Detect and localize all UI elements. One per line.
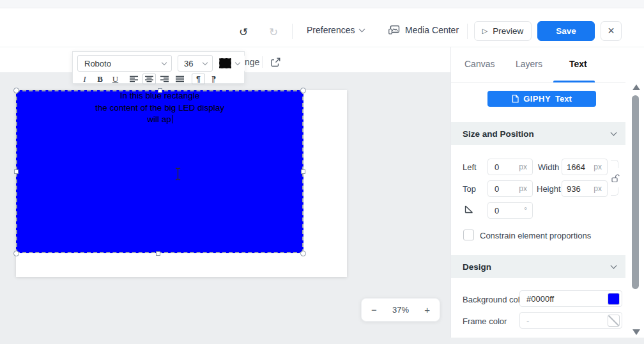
selected-text-element[interactable]: In this blue rectangle the content of th… (16, 90, 303, 253)
height-field[interactable]: px (562, 180, 608, 197)
text-style-row: I B U ¶ ¶ (78, 74, 220, 84)
height-input[interactable] (562, 184, 594, 194)
top-input[interactable] (488, 184, 519, 194)
rotation-field[interactable]: ° (487, 202, 533, 219)
font-family-select[interactable]: Roboto (77, 55, 172, 72)
font-size-select[interactable]: 36 (178, 55, 213, 72)
left-input[interactable] (488, 162, 519, 172)
giphy-doc-icon (512, 95, 519, 103)
selection-handle-top-center[interactable] (158, 88, 162, 93)
giphy-text-button[interactable]: GIPHY Text (487, 91, 596, 107)
ibeam-cursor-icon (174, 167, 182, 184)
panel-tabs: Canvas Layers Text (451, 47, 625, 82)
font-family-value: Roboto (78, 59, 111, 68)
design-title: Design (463, 262, 491, 272)
lock-open-icon (610, 173, 621, 184)
frame-color-label: Frame color (463, 317, 507, 326)
background-color-label: Background color (463, 295, 527, 304)
scroll-down-arrow[interactable] (632, 329, 640, 335)
align-right-button[interactable] (158, 74, 171, 84)
constrain-lock-button[interactable] (609, 171, 622, 184)
selection-handle-top-right[interactable] (300, 88, 306, 93)
align-justify-icon (176, 75, 184, 82)
height-unit: px (594, 184, 607, 193)
undo-button[interactable]: ↺ (234, 23, 252, 41)
text-caret (172, 115, 172, 123)
frame-color-input[interactable] (520, 316, 622, 325)
align-justify-button[interactable] (173, 74, 187, 84)
toolbar-divider (262, 56, 263, 68)
zoom-level: 37% (392, 305, 409, 315)
preferences-label: Preferences (307, 25, 355, 35)
tab-layers[interactable]: Layers (516, 59, 542, 69)
width-field[interactable]: px (562, 159, 608, 175)
active-tab-indicator (553, 81, 595, 82)
selection-handle-middle-left[interactable] (14, 169, 19, 174)
save-button[interactable]: Save (537, 21, 595, 41)
element-text[interactable]: In this blue rectangle the content of th… (17, 90, 302, 126)
zoom-out-button[interactable]: − (371, 304, 377, 315)
constrain-label: Constrain element proportions (480, 231, 591, 240)
width-input[interactable] (562, 162, 594, 172)
rotation-angle-icon (464, 204, 474, 214)
background-color-field[interactable] (519, 290, 622, 307)
align-left-button[interactable] (127, 74, 141, 84)
tab-text[interactable]: Text (569, 59, 587, 69)
properties-panel: Canvas Layers Text GIPHY Text Size and P… (450, 47, 644, 338)
chevron-down-icon (611, 130, 617, 136)
section-design[interactable]: Design (451, 255, 625, 278)
paragraph-ltr-button[interactable]: ¶ (192, 74, 205, 84)
close-button[interactable]: × (601, 21, 622, 41)
rotation-input[interactable] (488, 206, 524, 215)
scroll-up-arrow[interactable] (632, 84, 640, 90)
background-color-input[interactable] (520, 294, 622, 304)
frame-color-swatch[interactable] (608, 315, 620, 327)
font-color-picker[interactable] (218, 55, 245, 72)
italic-button[interactable]: I (78, 74, 91, 84)
hidden-change-button[interactable]: nge (245, 57, 259, 67)
toolbar-divider (292, 24, 293, 39)
tab-canvas[interactable]: Canvas (464, 59, 494, 69)
top-field[interactable]: px (487, 180, 533, 197)
toolbar-divider (467, 24, 468, 39)
align-center-button[interactable] (142, 74, 156, 84)
height-label: Height (537, 184, 561, 194)
play-icon: ▷ (482, 27, 487, 35)
undo-icon: ↺ (239, 26, 248, 39)
left-field[interactable]: px (487, 159, 533, 175)
scrollbar-thumb[interactable] (632, 95, 639, 289)
preview-button[interactable]: ▷ Preview (474, 21, 532, 41)
frame-color-field[interactable] (519, 312, 622, 329)
selection-handle-bottom-left[interactable] (13, 251, 19, 256)
link-bracket-bottom (611, 187, 618, 196)
zoom-in-button[interactable]: + (424, 304, 430, 315)
share-button[interactable] (268, 55, 282, 69)
section-size-position[interactable]: Size and Position (451, 122, 625, 145)
selection-handle-middle-right[interactable] (301, 169, 305, 174)
element-text-line: will ap (17, 114, 302, 126)
media-center-button[interactable]: Media Center (388, 25, 459, 35)
chevron-down-icon (359, 26, 365, 33)
selection-handle-top-left[interactable] (13, 88, 19, 93)
align-left-icon (130, 75, 138, 82)
bold-button[interactable]: B (93, 74, 107, 84)
selection-handle-bottom-center[interactable] (156, 251, 160, 256)
chevron-down-icon (611, 263, 617, 269)
redo-icon: ↻ (269, 26, 278, 39)
background-color-swatch[interactable] (608, 293, 620, 305)
text-format-toolbar: Roboto 36 I B U (72, 51, 245, 84)
redo-button[interactable]: ↻ (264, 23, 282, 41)
save-label: Save (556, 26, 576, 36)
underline-button[interactable]: U (109, 74, 122, 84)
preferences-menu[interactable]: Preferences (307, 25, 364, 35)
preview-label: Preview (493, 26, 523, 36)
pilcrow-rtl-icon: ¶ (211, 74, 216, 84)
chevron-down-icon (235, 59, 240, 65)
left-label: Left (463, 162, 477, 172)
share-icon (270, 57, 281, 68)
chevron-down-icon (162, 59, 167, 65)
selection-handle-bottom-right[interactable] (300, 251, 306, 256)
top-label: Top (463, 184, 476, 194)
constrain-checkbox[interactable] (463, 230, 474, 240)
paragraph-rtl-button[interactable]: ¶ (207, 74, 220, 84)
